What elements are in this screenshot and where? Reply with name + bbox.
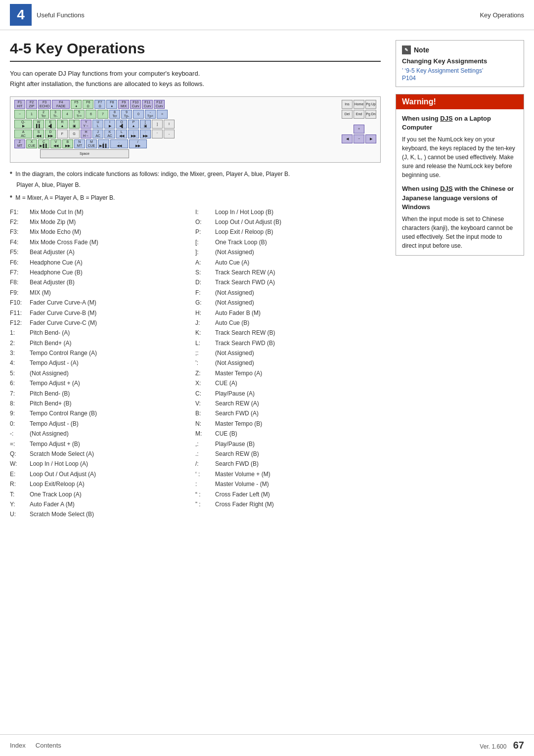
list-item: :Master Volume - (M) — [195, 479, 381, 489]
kb-key-1: 1 — [26, 110, 37, 119]
key-list-left: F1:Mix Mode Cut In (M)F2:Mix Mode Zip (M… — [10, 207, 195, 520]
kb-key-c: C▶/▌▌ — [38, 139, 49, 148]
list-item: Z:Master Tempo (A) — [195, 368, 381, 378]
key-desc: Scratch Mode Select (A) — [30, 449, 94, 459]
kb-key-lbr: [▣ — [140, 120, 151, 129]
list-item: F7:Headphone Cue (B) — [10, 267, 195, 277]
kb-key-w: W▌▌ — [33, 120, 44, 129]
key-desc: Search FWD (A) — [215, 408, 259, 418]
keyboard-diagram: F1HIT F2ZIP F3ECHO F4FADE F5♦ F6Ω F7Ω F8… — [10, 96, 381, 163]
kb-key-8: 8Tcr — [109, 110, 120, 119]
kb-key-t: T▣ — [69, 120, 80, 129]
list-item: H:Auto Fader B (M) — [195, 308, 381, 318]
key-label: ’: — [195, 358, 213, 368]
key-desc: Master Tempo (B) — [215, 419, 262, 429]
np-right: ▶ — [365, 134, 376, 143]
key-label: 4: — [10, 358, 28, 368]
list-item: 5:(Not Assigned) — [10, 368, 195, 378]
kb-key-6: 6 — [86, 110, 96, 119]
key-label: L: — [195, 338, 213, 348]
key-desc: Pitch Bend- (A) — [30, 328, 70, 338]
key-desc: Tempo Adjust - (A) — [30, 358, 79, 368]
note-box-link[interactable]: ’ ‘9-5 Key Assignment Settings’ — [402, 67, 483, 74]
list-item: .:Search REW (B) — [195, 449, 381, 459]
key-desc: One Track Loop (B) — [215, 237, 267, 247]
numpad-row-2: Del End Pg Dn — [342, 110, 376, 119]
key-label: 5: — [10, 368, 28, 378]
kb-key-space: Space — [40, 149, 129, 158]
footer-links: Index Contents — [10, 742, 61, 749]
key-desc: Auto Cue (B) — [215, 318, 249, 328]
key-label: 3: — [10, 348, 28, 358]
list-item: J:Auto Cue (B) — [195, 318, 381, 328]
key-label: Q: — [10, 449, 28, 459]
diagram-note-2: Player A, blue, Player B. — [10, 180, 381, 189]
footer-index[interactable]: Index — [10, 742, 26, 749]
kb-key-p: P▲ — [128, 120, 139, 129]
warning-s2-em: DJS — [440, 185, 452, 192]
kb-key-period: .◀◀ — [110, 139, 128, 148]
kb-key-tab: Q-▶ — [14, 120, 32, 129]
list-item: ” :Cross Fader Right (M) — [195, 499, 381, 509]
warning-s1-pre: When using — [402, 115, 440, 122]
kb-row-fn: F1HIT F2ZIP F3ECHO F4FADE F5♦ F6Ω F7Ω F8… — [14, 100, 376, 109]
list-item: F4:Mix Mode Cross Fade (M) — [10, 237, 195, 247]
key-label: F10: — [10, 298, 28, 308]
kb-key-f7: F7Ω — [94, 100, 105, 109]
key-desc: Track Search FWD (B) — [215, 338, 275, 348]
key-label: Y: — [10, 499, 28, 509]
kb-key-f11: F11Curv — [142, 100, 153, 109]
kb-key-f12: F12Curv — [154, 100, 165, 109]
key-desc: Play/Pause (B) — [215, 439, 255, 449]
key-label: X: — [195, 378, 213, 388]
key-label: 8: — [10, 399, 28, 408]
key-label: 7: — [10, 389, 28, 399]
footer-contents[interactable]: Contents — [36, 742, 61, 749]
key-label: “ : — [195, 489, 213, 499]
kb-key-x: XCUE — [26, 139, 37, 148]
list-item: -:(Not Assigned) — [10, 429, 195, 439]
kb-key-s: D▶▶ — [45, 130, 56, 138]
kb-row-q: Q-▶ W▌▌ E◀▌ R▲ T▣ YY→ UL I▶ O◀▌ P▲ [▣ ] … — [14, 120, 376, 129]
key-label: F2: — [10, 217, 28, 227]
key-label: Z: — [195, 368, 213, 378]
kb-key-minus: -Tp+ — [145, 110, 156, 119]
key-label: : — [195, 479, 213, 489]
key-label: F: — [195, 288, 213, 298]
np-end: End — [354, 110, 364, 119]
key-desc: CUE (B) — [215, 429, 237, 439]
list-item: S:Track Search REW (A) — [195, 267, 381, 277]
kb-key-f1: F1HIT — [14, 100, 25, 109]
kb-row-a: AAC S◀◀ D▶▶ F G HH→ JAC KAC L◀◀ ;▶▶ :▶▶ … — [14, 130, 376, 138]
key-desc: Track Search REW (A) — [215, 267, 275, 277]
key-label: O: — [195, 217, 213, 227]
key-label: ]: — [195, 247, 213, 257]
key-desc: (Not Assigned) — [215, 247, 254, 257]
list-item: 3:Tempo Control Range (A) — [10, 348, 195, 358]
key-desc: Fader Curve Curve-C (M) — [30, 318, 97, 328]
kb-key-a: S◀◀ — [33, 130, 44, 138]
key-desc: Mix Mode Cross Fade (M) — [30, 237, 98, 247]
key-label: J: — [195, 318, 213, 328]
list-item: C:Play/Pause (A) — [195, 389, 381, 399]
list-item: K:Track Search REW (B) — [195, 328, 381, 338]
key-label: F3: — [10, 227, 28, 237]
note-box-page[interactable]: P104 — [402, 75, 416, 82]
key-desc: Mix Mode Cut In (M) — [30, 207, 84, 217]
kb-key-5: 5Tr+ — [74, 110, 85, 119]
section-title: Useful Functions — [37, 11, 85, 19]
list-item: 9:Tempo Control Range (B) — [10, 408, 195, 418]
list-item: F2:Mix Mode Zip (M) — [10, 217, 195, 227]
list-item: 4:Tempo Adjust - (A) — [10, 358, 195, 368]
warning-section2-title: When using DJS with the Chinese or Japan… — [402, 184, 518, 212]
list-item: F3:Mix Mode Echo (M) — [10, 227, 195, 237]
kb-key-n: NMT — [74, 139, 85, 148]
kb-row-space: Space — [14, 149, 376, 158]
key-desc: (Not Assigned) — [215, 358, 254, 368]
kb-key-h: JAC — [92, 130, 103, 138]
note-box-header: ✎ Note — [402, 45, 518, 54]
key-desc: Tempo Control Range (A) — [30, 348, 97, 358]
key-desc: Search REW (B) — [215, 449, 259, 459]
key-desc: Play/Pause (A) — [215, 389, 255, 399]
key-desc: Tempo Control Range (B) — [30, 408, 97, 418]
